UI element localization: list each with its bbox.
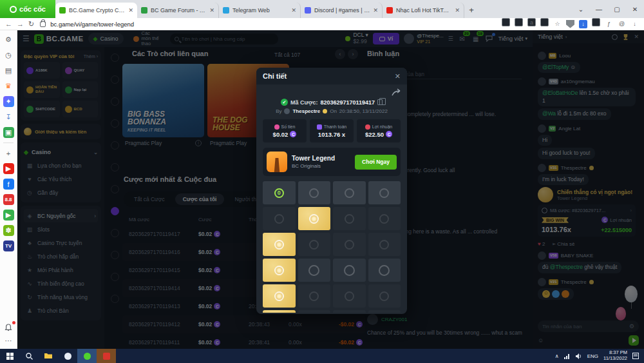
tower-coin-icon (379, 188, 389, 198)
tab-close-icon[interactable]: ✕ (455, 7, 460, 14)
tower-coin-icon (345, 240, 354, 250)
browser-side-strip: ⚙◷▤♛✦↧▣+▶f8.8▶✽TV⋯ (0, 30, 17, 349)
tab-close-icon[interactable]: ✕ (209, 7, 214, 14)
games-icon[interactable]: ▣ (3, 127, 14, 138)
close-button[interactable]: ✕ (626, 0, 644, 18)
tower-coin-icon (309, 240, 319, 250)
bet-id-label: Mã Cược: (290, 99, 317, 106)
share-icon[interactable] (392, 88, 401, 96)
back-button[interactable]: ← (5, 20, 12, 28)
speaker-icon[interactable] (576, 353, 582, 359)
address-bar[interactable]: bc.game/vi/game/tower-legend (50, 21, 497, 28)
tower-coin-icon (345, 214, 354, 224)
restore-button[interactable]: ▢ (608, 0, 626, 18)
copy-icon[interactable] (377, 99, 383, 105)
youtube-icon[interactable]: ▶ (3, 163, 14, 174)
stat-label: Thanh toán (324, 124, 346, 129)
new-tab-button[interactable]: + (464, 3, 478, 17)
coin-icon: C (290, 131, 296, 137)
tower-grid: 0 (263, 181, 401, 313)
tower-cell-dark (298, 284, 331, 308)
tab-close-icon[interactable]: ✕ (373, 7, 378, 14)
translate-icon[interactable]: a (527, 18, 536, 26)
tower-cell-mid (298, 259, 331, 282)
tower-cell-dark (368, 310, 401, 313)
browser-tab[interactable]: BC.Game Crypto Casino Ga✕ (55, 3, 137, 18)
tower-coin-icon: 0 (274, 188, 284, 198)
more-icon[interactable]: ⋯ (3, 335, 14, 346)
fx-icon[interactable]: ƒ (605, 20, 613, 28)
on-label: On (330, 108, 337, 114)
tower-coin-icon (308, 265, 319, 276)
tab-close-icon[interactable]: ✕ (291, 7, 296, 14)
messenger-icon[interactable]: ✦ (3, 96, 14, 107)
coccoc-brand-button[interactable]: cốc cốc (0, 0, 55, 18)
browser-tab[interactable]: BC Game Forum - A Crypto✕ (137, 3, 219, 18)
star-icon[interactable]: ☆ (553, 20, 562, 28)
tab-favicon-icon (386, 7, 393, 14)
stat-box: Thanh toán1013.76 x (310, 119, 354, 142)
tab-close-icon[interactable]: ✕ (128, 7, 133, 14)
tower-cell-zero: 0 (263, 181, 296, 204)
app-red-icon[interactable]: 8.8 (3, 194, 14, 205)
paw-icon[interactable] (592, 18, 600, 26)
verified-check-icon: ✔ (281, 99, 288, 106)
facebook-icon[interactable]: f (3, 179, 14, 190)
hot-icon[interactable]: ♛ (3, 81, 14, 92)
taskbar-app-explorer[interactable] (39, 349, 58, 363)
at-icon[interactable]: @ (618, 20, 626, 28)
tower-cell-light (333, 181, 366, 204)
idm-download-icon[interactable]: ↓ (579, 20, 587, 28)
tower-cell-dark (368, 207, 401, 230)
tower-coin-icon (274, 266, 284, 275)
tower-cell-dark (368, 233, 401, 256)
browser-tab[interactable]: Nhạc Lofi Hot TikTok 2022 -✕ (383, 3, 464, 18)
share-icon[interactable] (540, 18, 549, 26)
taskbar-app-chrome[interactable] (58, 349, 77, 363)
bettor-name[interactable]: Thespectre (292, 108, 320, 114)
taskbar-app-search[interactable] (19, 349, 39, 363)
panel-toggle-icon[interactable]: ⌄ (572, 0, 590, 18)
tower-cell-dark (298, 310, 331, 313)
download-tray-icon[interactable]: ↧ (3, 112, 14, 123)
down-arrow-icon[interactable]: ↓ (630, 20, 639, 28)
play-now-button[interactable]: Chơi Ngay (355, 155, 397, 170)
keyboard-language[interactable]: ENG (587, 353, 598, 359)
notification-bell-icon[interactable] (3, 322, 14, 333)
app-navy-icon[interactable]: TV (3, 240, 14, 251)
tower-cell-light (298, 181, 331, 204)
tower-cell-mid (333, 259, 366, 282)
settings-icon[interactable]: ⚙ (3, 34, 14, 45)
modal-title: Chi tiết (263, 72, 287, 80)
taskbar-clock[interactable]: 8:37 PM 11/13/2022 (603, 350, 627, 361)
taskbar-app-coccoc[interactable] (77, 349, 97, 363)
browser-tab[interactable]: Discord | #games | BC G✕ (301, 3, 383, 18)
history-icon[interactable]: ◷ (3, 50, 14, 61)
leaf-icon[interactable]: ✽ (3, 225, 14, 236)
forward-button[interactable]: → (17, 20, 24, 28)
action-center-icon[interactable] (632, 353, 639, 359)
stat-label-row: Thanh toán (317, 124, 346, 130)
taskbar-app-start[interactable] (0, 349, 19, 363)
browser-toolbar: ← → ↻ bc.game/vi/game/tower-legend a☆↓ƒ@… (0, 18, 644, 30)
network-icon[interactable] (564, 353, 571, 359)
modal-close-icon[interactable]: ✕ (395, 72, 401, 81)
tab-strip: BC.Game Crypto Casino Ga✕BC Game Forum -… (55, 3, 464, 18)
shield-icon[interactable] (566, 20, 574, 28)
taskbar-app-game[interactable] (97, 349, 116, 363)
tray-expand-icon[interactable]: ∧ (555, 353, 559, 359)
lock-icon (40, 21, 46, 27)
tower-cell-gold (298, 207, 331, 230)
reading-list-icon[interactable]: ▤ (3, 65, 14, 76)
tower-coin-icon (274, 214, 284, 224)
app-green-icon[interactable]: ▶ (3, 210, 14, 221)
minimize-button[interactable]: — (590, 0, 608, 18)
browser-tab[interactable]: Telegram Web✕ (219, 3, 301, 18)
add-icon[interactable]: + (3, 148, 14, 159)
reload-button[interactable]: ↻ (28, 20, 34, 28)
bet-datetime: 20:38:50, 13/11/2022 (339, 108, 388, 114)
browser-tabbar: cốc cốc BC.Game Crypto Casino Ga✕BC Game… (0, 0, 644, 18)
download-plus-icon[interactable] (515, 18, 523, 26)
bet-id-value: 82036297170119417 (320, 99, 375, 106)
link-icon[interactable] (502, 18, 510, 26)
